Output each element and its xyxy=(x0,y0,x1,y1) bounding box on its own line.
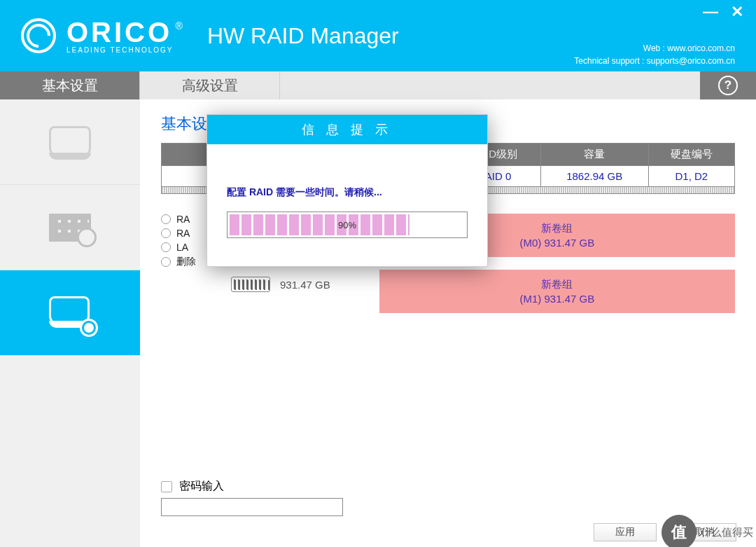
registered-icon: ® xyxy=(176,20,183,32)
apply-button[interactable]: 应用 xyxy=(594,523,657,541)
support-label: Technical support : xyxy=(574,56,644,66)
footer-buttons: 应用 取消 xyxy=(594,523,736,541)
help-icon: ? xyxy=(718,76,738,95)
modal-title: 信 息 提 示 xyxy=(207,115,487,144)
sidebar xyxy=(0,99,140,547)
tab-advanced[interactable]: 高级设置 xyxy=(140,71,280,99)
password-label: 密码输入 xyxy=(179,479,224,494)
help-button[interactable]: ? xyxy=(700,71,756,99)
sidebar-item-disk[interactable] xyxy=(0,99,140,185)
radio-option-0[interactable]: RA xyxy=(161,214,203,225)
radio-icon xyxy=(161,257,171,267)
radio-icon xyxy=(161,228,171,238)
header-links: Web : www.orico.com.cn Technical support… xyxy=(574,42,735,67)
disk-gear-icon xyxy=(49,296,91,330)
col-disk-id: 硬盘编号 xyxy=(648,144,734,166)
app-title: HW RAID Manager xyxy=(207,23,399,49)
password-checkbox[interactable] xyxy=(161,481,172,492)
brand-name: ORICO xyxy=(66,17,172,48)
brand-tagline: LEADING TECHNOLOGY xyxy=(66,46,183,54)
cell-disk-id: D1, D2 xyxy=(648,166,734,187)
volume-box-1[interactable]: 新卷组 (M1) 931.47 GB xyxy=(379,270,735,313)
drive-size: 931.47 GB xyxy=(280,279,330,291)
modal-message: 配置 RAID 需要一些时间。请稍候... xyxy=(227,186,468,199)
drive-chip-icon xyxy=(231,277,270,292)
brand-logo: ORICO ® LEADING TECHNOLOGY HW RAID Manag… xyxy=(21,18,399,54)
raid-mode-options: RA RA LA 删除 xyxy=(161,214,203,313)
cancel-button[interactable]: 取消 xyxy=(673,523,736,541)
progress-bar: 90% xyxy=(227,212,468,238)
web-url[interactable]: www.orico.com.cn xyxy=(667,43,735,53)
sidebar-item-raid-config[interactable] xyxy=(0,270,140,356)
drive-row-1: 931.47 GB xyxy=(231,277,330,292)
radio-icon xyxy=(161,242,171,252)
sidebar-item-schedule[interactable] xyxy=(0,185,140,270)
web-label: Web : xyxy=(643,43,665,53)
radio-icon xyxy=(161,214,171,224)
radio-option-2[interactable]: LA xyxy=(161,242,203,253)
support-email[interactable]: supports@orico.com.cn xyxy=(647,56,735,66)
radio-option-1[interactable]: RA xyxy=(161,228,203,239)
minimize-icon[interactable]: — xyxy=(703,3,718,21)
tab-basic[interactable]: 基本设置 xyxy=(0,71,140,99)
cell-capacity: 1862.94 GB xyxy=(540,166,648,187)
calendar-grid-icon xyxy=(49,214,91,242)
radio-option-3[interactable]: 删除 xyxy=(161,256,203,268)
volume-label: (M1) 931.47 GB xyxy=(379,291,735,306)
close-icon[interactable]: ✕ xyxy=(731,3,743,21)
volume-name: 新卷组 xyxy=(379,277,735,291)
col-capacity: 容量 xyxy=(540,144,648,166)
window-controls: — ✕ xyxy=(703,3,743,21)
tabs-bar: 基本设置 高级设置 ? xyxy=(0,71,756,99)
password-section: 密码输入 xyxy=(161,479,343,516)
brand-mark-icon xyxy=(21,18,56,53)
app-header: ORICO ® LEADING TECHNOLOGY HW RAID Manag… xyxy=(0,0,756,71)
info-modal: 信 息 提 示 配置 RAID 需要一些时间。请稍候... 90% xyxy=(206,114,488,267)
disk-icon xyxy=(49,126,91,158)
progress-fill xyxy=(230,214,410,235)
drive-list: 931.47 GB xyxy=(231,277,330,292)
password-input[interactable] xyxy=(161,498,343,516)
progress-text: 90% xyxy=(338,220,356,230)
